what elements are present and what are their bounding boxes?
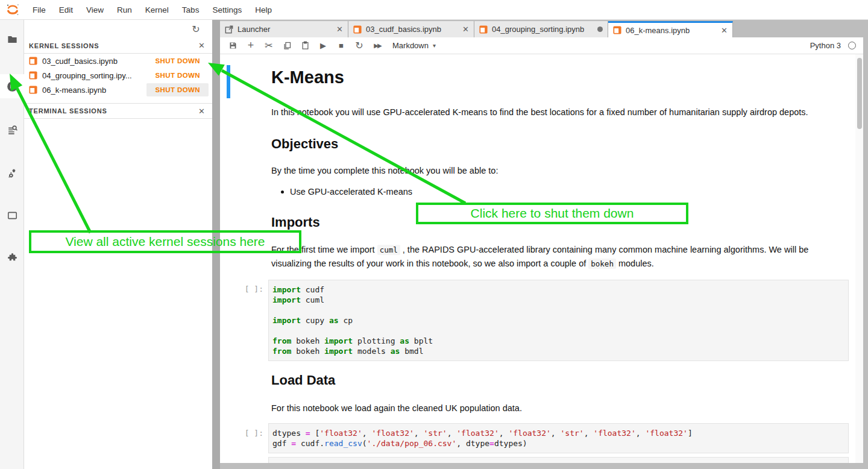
shutdown-button[interactable]: SHUT DOWN	[146, 83, 209, 96]
menu-help[interactable]: Help	[248, 0, 278, 20]
jupyter-logo-icon	[5, 2, 20, 17]
copy-cells-button[interactable]	[278, 38, 296, 54]
tab-close-icon[interactable]: ✕	[462, 25, 469, 34]
code-line: dtypes = ['float32', 'float32', 'str', '…	[272, 428, 844, 438]
menu-edit[interactable]: Edit	[52, 0, 80, 20]
menu-settings[interactable]: Settings	[206, 0, 248, 20]
menu-kernel[interactable]: Kernel	[139, 0, 175, 20]
md-objective-bullet: Use GPU-accelerated K-means	[290, 185, 412, 198]
code-line: from bokeh import plotting as bplt	[272, 336, 844, 346]
add-cell-button[interactable]: +	[242, 38, 260, 54]
tab-06-k-means-ipynb[interactable]: 06_k-means.ipynb✕	[608, 21, 733, 37]
kernel-name-button[interactable]: Python 3	[810, 41, 841, 50]
running-sessions-icon[interactable]	[0, 74, 24, 98]
kernel-sessions-close-icon[interactable]: ✕	[198, 41, 205, 50]
kernel-sessions-title: KERNEL SESSIONS	[29, 42, 99, 49]
restart-kernel-button[interactable]: ↻	[350, 38, 368, 54]
md-objectives-intro: By the time you complete this notebook y…	[271, 164, 498, 177]
stop-kernel-button[interactable]: ■	[332, 38, 350, 54]
unsaved-changes-icon[interactable]	[597, 27, 603, 32]
chevron-down-icon: ▾	[433, 42, 436, 49]
menu-view[interactable]: View	[80, 0, 110, 20]
cut-cells-button[interactable]: ✂	[260, 38, 278, 54]
inline-code: cuml	[377, 245, 400, 255]
shutdown-button[interactable]: SHUT DOWN	[146, 54, 209, 68]
tab-label: 03_cudf_basics.ipynb	[366, 25, 456, 34]
code-line: import cupy as cp	[272, 315, 844, 326]
kernel-session-list: 03_cudf_basics.ipynbSHUT DOWN04_grouping…	[24, 54, 212, 97]
save-button[interactable]	[224, 38, 242, 54]
code-line	[272, 326, 844, 336]
tab-label: Launcher	[237, 25, 330, 34]
notebook-icon	[29, 57, 37, 65]
code-line: gdf = cudf.read_csv('./data/pop_06.csv',…	[272, 438, 844, 449]
tab-04-grouping-sorting-ipynb[interactable]: 04_grouping_sorting.ipynb	[474, 21, 608, 37]
cell-type-dropdown[interactable]: Markdown ▾	[392, 41, 436, 50]
tab-close-icon[interactable]: ✕	[721, 26, 728, 35]
session-name[interactable]: 04_grouping_sorting.ipy...	[42, 71, 146, 80]
md-heading-objectives: Objectives	[271, 136, 338, 152]
inline-code: bokeh	[588, 259, 616, 269]
notebook-icon	[353, 25, 362, 34]
open-tabs-icon[interactable]	[0, 203, 24, 227]
left-sidebar	[0, 20, 24, 469]
extension-manager-icon[interactable]	[0, 245, 24, 269]
shutdown-button[interactable]: SHUT DOWN	[146, 69, 209, 82]
active-cell-indicator[interactable]	[227, 65, 230, 98]
cell-prompt: [ ]:	[220, 429, 263, 438]
run-cell-button[interactable]: ▶	[314, 38, 332, 54]
terminal-sessions-header: TERMINAL SESSIONS ✕	[24, 103, 212, 119]
md-heading-load-data: Load Data	[271, 373, 335, 388]
notebook-content: K-Means In this notebook you will use GP…	[220, 54, 863, 463]
tab-label: 06_k-means.ipynb	[626, 26, 715, 35]
paste-cells-button[interactable]	[296, 38, 314, 54]
terminal-sessions-close-icon[interactable]: ✕	[198, 107, 205, 116]
launcher-icon	[225, 25, 233, 34]
menu-run[interactable]: Run	[110, 0, 139, 20]
code-line: import cudf	[272, 285, 844, 295]
scrollbar-thumb[interactable]	[857, 58, 862, 129]
annotation-label-shutdown: Click here to shut them down	[416, 203, 688, 224]
tab-label: 04_grouping_sorting.ipynb	[492, 25, 591, 34]
code-cell-partial[interactable]	[268, 457, 849, 463]
annotation-label-view-sessions: View all active kernel sessions here	[29, 230, 301, 253]
cell-prompt: [ ]:	[220, 285, 263, 294]
property-inspector-icon[interactable]	[0, 161, 24, 185]
code-cell-imports[interactable]: import cudfimport cuml import cupy as cp…	[268, 280, 849, 361]
md-intro-paragraph: In this notebook you will use GPU-accele…	[271, 105, 862, 119]
tab-close-icon[interactable]: ✕	[336, 25, 343, 34]
notebook-icon	[479, 25, 488, 34]
cell-type-value: Markdown	[392, 41, 429, 50]
session-name[interactable]: 06_k-means.ipynb	[42, 86, 146, 95]
notebook-icon	[29, 71, 37, 80]
notebook-icon	[29, 86, 37, 94]
tab-launcher[interactable]: Launcher✕	[220, 21, 348, 37]
kernel-session-row: 03_cudf_basics.ipynbSHUT DOWN	[24, 54, 212, 68]
md-imports-paragraph: For the first time we import cuml , the …	[271, 243, 817, 271]
kernel-status-icon[interactable]	[848, 42, 856, 49]
terminal-sessions-title: TERMINAL SESSIONS	[29, 107, 107, 115]
refresh-sessions-icon[interactable]: ↻	[187, 21, 205, 37]
kernel-session-row: 06_k-means.ipynbSHUT DOWN	[24, 83, 212, 97]
tab-03-cudf-basics-ipynb[interactable]: 03_cudf_basics.ipynb✕	[348, 21, 474, 37]
code-cell-load-data[interactable]: dtypes = ['float32', 'float32', 'str', '…	[268, 423, 849, 453]
md-load-data-paragraph: For this notebook we load again the clea…	[271, 401, 522, 415]
session-name[interactable]: 03_cudf_basics.ipynb	[42, 57, 146, 66]
md-heading-kmeans: K-Means	[271, 68, 344, 87]
code-line: from bokeh import models as bmdl	[272, 346, 844, 356]
kernel-sessions-header: KERNEL SESSIONS ✕	[24, 38, 212, 54]
bullet-icon	[281, 190, 284, 194]
main-dock: Launcher✕03_cudf_basics.ipynb✕04_groupin…	[220, 20, 868, 469]
kernel-session-row: 04_grouping_sorting.ipy...SHUT DOWN	[24, 68, 212, 83]
notebook-scrollbar[interactable]	[855, 54, 863, 463]
code-line	[272, 305, 844, 315]
menu-file[interactable]: File	[26, 0, 52, 20]
file-browser-icon[interactable]	[0, 27, 24, 51]
md-heading-imports: Imports	[271, 215, 320, 230]
tab-bar: Launcher✕03_cudf_basics.ipynb✕04_groupin…	[220, 21, 863, 37]
menu: FileEditViewRunKernelTabsSettingsHelp	[26, 0, 278, 20]
notebook-toolbar: + ✂ ▶ ■ ↻ ▶▶ Markdown ▾ Python 3	[220, 37, 863, 54]
restart-run-all-button[interactable]: ▶▶	[368, 38, 386, 54]
menu-tabs[interactable]: Tabs	[175, 0, 206, 20]
command-palette-icon[interactable]	[0, 118, 24, 142]
